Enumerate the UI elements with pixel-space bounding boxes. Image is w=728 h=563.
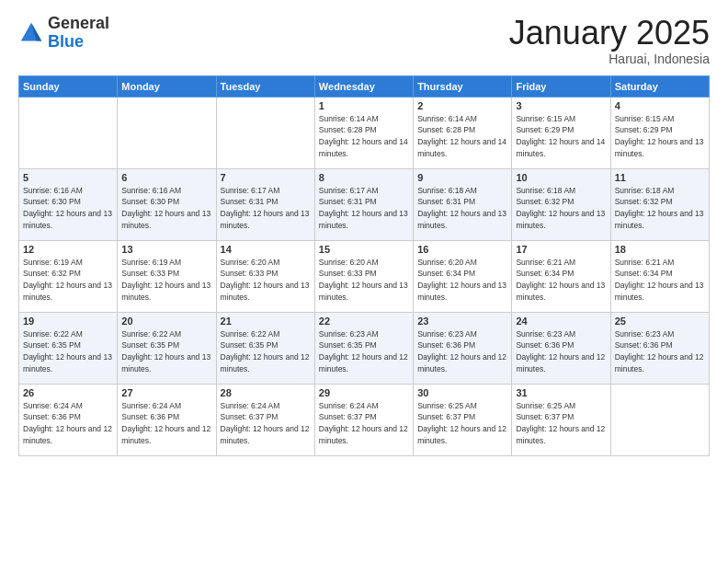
day-number: 12 xyxy=(23,244,113,255)
day-info: Sunrise: 6:22 AMSunset: 6:35 PMDaylight:… xyxy=(221,328,311,375)
calendar-cell: 17Sunrise: 6:21 AMSunset: 6:34 PMDayligh… xyxy=(512,240,610,312)
calendar-cell: 4Sunrise: 6:15 AMSunset: 6:29 PMDaylight… xyxy=(610,97,709,168)
day-info: Sunrise: 6:16 AMSunset: 6:30 PMDaylight:… xyxy=(23,185,113,232)
weekday-header: Friday xyxy=(512,75,610,97)
calendar-body: 1Sunrise: 6:14 AMSunset: 6:28 PMDaylight… xyxy=(19,97,710,455)
calendar-cell: 31Sunrise: 6:25 AMSunset: 6:37 PMDayligh… xyxy=(512,384,610,455)
logo-icon xyxy=(18,20,44,46)
logo-blue: Blue xyxy=(48,33,109,52)
weekday-header: Thursday xyxy=(414,75,512,97)
day-number: 30 xyxy=(417,387,507,398)
logo-general: General xyxy=(48,15,109,33)
day-number: 4 xyxy=(615,100,705,111)
day-info: Sunrise: 6:15 AMSunset: 6:29 PMDaylight:… xyxy=(516,113,606,160)
calendar-cell: 30Sunrise: 6:25 AMSunset: 6:37 PMDayligh… xyxy=(414,384,512,455)
day-info: Sunrise: 6:24 AMSunset: 6:36 PMDaylight:… xyxy=(23,400,113,447)
day-number: 23 xyxy=(417,316,507,327)
day-number: 16 xyxy=(417,244,507,255)
day-info: Sunrise: 6:23 AMSunset: 6:36 PMDaylight:… xyxy=(516,328,606,375)
calendar-table: SundayMondayTuesdayWednesdayThursdayFrid… xyxy=(18,75,710,456)
day-info: Sunrise: 6:20 AMSunset: 6:33 PMDaylight:… xyxy=(221,257,311,304)
day-number: 25 xyxy=(615,316,705,327)
day-info: Sunrise: 6:20 AMSunset: 6:34 PMDaylight:… xyxy=(417,257,507,304)
calendar-cell: 2Sunrise: 6:14 AMSunset: 6:28 PMDaylight… xyxy=(414,97,512,168)
day-number: 21 xyxy=(221,316,311,327)
day-number: 31 xyxy=(516,387,606,398)
day-info: Sunrise: 6:14 AMSunset: 6:28 PMDaylight:… xyxy=(417,113,507,160)
day-info: Sunrise: 6:24 AMSunset: 6:36 PMDaylight:… xyxy=(121,400,211,447)
calendar-cell: 3Sunrise: 6:15 AMSunset: 6:29 PMDaylight… xyxy=(512,97,610,168)
day-info: Sunrise: 6:21 AMSunset: 6:34 PMDaylight:… xyxy=(615,257,705,304)
calendar-cell xyxy=(118,97,216,168)
calendar-cell: 5Sunrise: 6:16 AMSunset: 6:30 PMDaylight… xyxy=(19,168,118,240)
day-number: 18 xyxy=(615,244,705,255)
location-subtitle: Haruai, Indonesia xyxy=(509,52,710,66)
calendar-cell xyxy=(19,97,118,168)
day-info: Sunrise: 6:23 AMSunset: 6:36 PMDaylight:… xyxy=(615,328,705,375)
day-number: 11 xyxy=(615,172,705,183)
calendar-cell: 26Sunrise: 6:24 AMSunset: 6:36 PMDayligh… xyxy=(19,384,118,455)
calendar-cell: 25Sunrise: 6:23 AMSunset: 6:36 PMDayligh… xyxy=(610,312,709,384)
calendar-week-row: 12Sunrise: 6:19 AMSunset: 6:32 PMDayligh… xyxy=(19,240,710,312)
calendar-cell: 12Sunrise: 6:19 AMSunset: 6:32 PMDayligh… xyxy=(19,240,118,312)
day-number: 27 xyxy=(121,387,211,398)
day-info: Sunrise: 6:25 AMSunset: 6:37 PMDaylight:… xyxy=(516,400,606,447)
day-number: 5 xyxy=(23,172,113,183)
day-info: Sunrise: 6:24 AMSunset: 6:37 PMDaylight:… xyxy=(319,400,409,447)
day-info: Sunrise: 6:23 AMSunset: 6:35 PMDaylight:… xyxy=(319,328,409,375)
weekday-header: Monday xyxy=(118,75,216,97)
day-number: 10 xyxy=(516,172,606,183)
calendar-cell: 6Sunrise: 6:16 AMSunset: 6:30 PMDaylight… xyxy=(118,168,216,240)
day-number: 29 xyxy=(319,387,409,398)
weekday-row: SundayMondayTuesdayWednesdayThursdayFrid… xyxy=(19,75,710,97)
day-info: Sunrise: 6:17 AMSunset: 6:31 PMDaylight:… xyxy=(319,185,409,232)
day-info: Sunrise: 6:19 AMSunset: 6:33 PMDaylight:… xyxy=(121,257,211,304)
calendar-cell: 24Sunrise: 6:23 AMSunset: 6:36 PMDayligh… xyxy=(512,312,610,384)
day-number: 22 xyxy=(319,316,409,327)
day-number: 7 xyxy=(221,172,311,183)
day-number: 26 xyxy=(23,387,113,398)
calendar-cell: 14Sunrise: 6:20 AMSunset: 6:33 PMDayligh… xyxy=(216,240,314,312)
day-info: Sunrise: 6:23 AMSunset: 6:36 PMDaylight:… xyxy=(417,328,507,375)
calendar-cell: 27Sunrise: 6:24 AMSunset: 6:36 PMDayligh… xyxy=(118,384,216,455)
day-info: Sunrise: 6:14 AMSunset: 6:28 PMDaylight:… xyxy=(319,113,409,160)
title-block: January 2025 Haruai, Indonesia xyxy=(509,15,710,66)
day-number: 6 xyxy=(121,172,211,183)
weekday-header: Saturday xyxy=(610,75,709,97)
calendar-cell xyxy=(610,384,709,455)
day-info: Sunrise: 6:24 AMSunset: 6:37 PMDaylight:… xyxy=(221,400,311,447)
calendar-cell: 13Sunrise: 6:19 AMSunset: 6:33 PMDayligh… xyxy=(118,240,216,312)
day-info: Sunrise: 6:15 AMSunset: 6:29 PMDaylight:… xyxy=(615,113,705,160)
calendar-cell: 23Sunrise: 6:23 AMSunset: 6:36 PMDayligh… xyxy=(414,312,512,384)
day-info: Sunrise: 6:22 AMSunset: 6:35 PMDaylight:… xyxy=(23,328,113,375)
day-number: 14 xyxy=(221,244,311,255)
calendar-week-row: 19Sunrise: 6:22 AMSunset: 6:35 PMDayligh… xyxy=(19,312,710,384)
weekday-header: Wednesday xyxy=(314,75,413,97)
day-number: 20 xyxy=(121,316,211,327)
day-number: 2 xyxy=(417,100,507,111)
day-info: Sunrise: 6:21 AMSunset: 6:34 PMDaylight:… xyxy=(516,257,606,304)
day-info: Sunrise: 6:20 AMSunset: 6:33 PMDaylight:… xyxy=(319,257,409,304)
day-info: Sunrise: 6:25 AMSunset: 6:37 PMDaylight:… xyxy=(417,400,507,447)
calendar-cell: 22Sunrise: 6:23 AMSunset: 6:35 PMDayligh… xyxy=(314,312,413,384)
calendar-cell: 28Sunrise: 6:24 AMSunset: 6:37 PMDayligh… xyxy=(216,384,314,455)
day-number: 17 xyxy=(516,244,606,255)
calendar-header: SundayMondayTuesdayWednesdayThursdayFrid… xyxy=(19,75,710,97)
day-number: 28 xyxy=(221,387,311,398)
day-info: Sunrise: 6:19 AMSunset: 6:32 PMDaylight:… xyxy=(23,257,113,304)
header: General Blue January 2025 Haruai, Indone… xyxy=(18,15,710,66)
calendar-cell: 21Sunrise: 6:22 AMSunset: 6:35 PMDayligh… xyxy=(216,312,314,384)
calendar-cell: 18Sunrise: 6:21 AMSunset: 6:34 PMDayligh… xyxy=(610,240,709,312)
day-number: 9 xyxy=(417,172,507,183)
day-number: 8 xyxy=(319,172,409,183)
calendar-cell: 10Sunrise: 6:18 AMSunset: 6:32 PMDayligh… xyxy=(512,168,610,240)
day-info: Sunrise: 6:18 AMSunset: 6:32 PMDaylight:… xyxy=(615,185,705,232)
weekday-header: Tuesday xyxy=(216,75,314,97)
day-info: Sunrise: 6:16 AMSunset: 6:30 PMDaylight:… xyxy=(121,185,211,232)
calendar-cell xyxy=(216,97,314,168)
weekday-header: Sunday xyxy=(19,75,118,97)
day-number: 24 xyxy=(516,316,606,327)
calendar-cell: 11Sunrise: 6:18 AMSunset: 6:32 PMDayligh… xyxy=(610,168,709,240)
calendar-week-row: 26Sunrise: 6:24 AMSunset: 6:36 PMDayligh… xyxy=(19,384,710,455)
day-info: Sunrise: 6:17 AMSunset: 6:31 PMDaylight:… xyxy=(221,185,311,232)
